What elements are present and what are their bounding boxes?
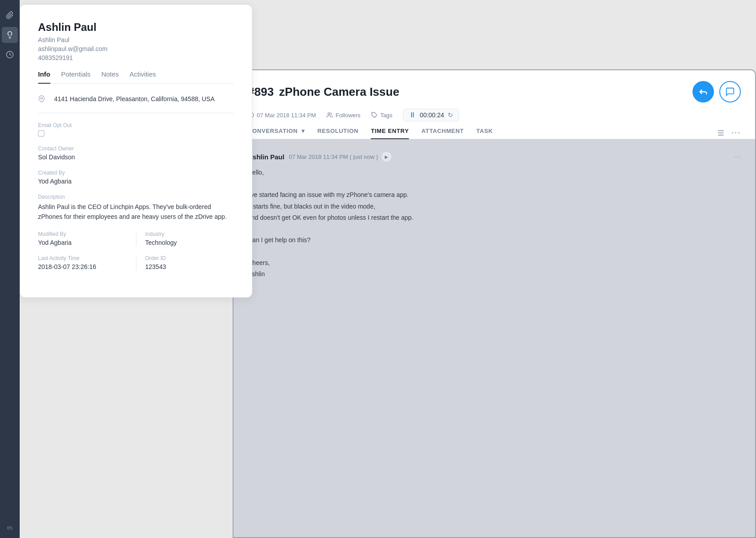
message-author: Ashlin Paul — [248, 153, 285, 161]
industry-label: Industry — [145, 231, 234, 237]
email-opt-out-group: Email Opt Out — [38, 122, 234, 137]
address-row: 4141 Hacienda Drive, Pleasanton, Califor… — [38, 94, 234, 104]
ticket-tab-conversation[interactable]: CONVERSATION ▾ — [248, 128, 305, 139]
ticket-tab-task[interactable]: TASK — [476, 128, 493, 139]
tab-activities[interactable]: Activities — [130, 70, 156, 83]
email-opt-out-checkbox[interactable] — [38, 130, 44, 137]
contact-card: Ashlin Paul Ashlin Paul ashlinpaul.w@gma… — [20, 4, 252, 298]
meta-tags[interactable]: Tags — [371, 112, 392, 119]
message-line-2: I've started facing an issue with my zPh… — [248, 189, 741, 201]
last-activity-order-row: Last Activity Time 2018-03-07 23:26:16 O… — [38, 255, 234, 270]
ticket-title: zPhone Camera Issue — [279, 85, 399, 99]
sidebar: es — [0, 0, 20, 538]
last-activity-label: Last Activity Time — [38, 255, 127, 261]
refresh-icon[interactable]: ↻ — [448, 111, 453, 119]
message-line-1: Hello, — [248, 167, 741, 178]
tab-ellipsis-icon[interactable]: ··· — [731, 128, 741, 138]
ticket-header: #893 zPhone Camera Issue 07 Mar 2018 11:… — [234, 70, 755, 139]
industry-value: Technology — [145, 239, 234, 246]
ticket-panel: #893 zPhone Camera Issue 07 Mar 2018 11:… — [233, 69, 756, 538]
svg-point-1 — [41, 98, 42, 99]
message-time: 07 Mar 2018 11:34 PM ( just now ) — [289, 154, 378, 160]
created-by-value: Yod Agbaria — [38, 178, 234, 185]
reply-button[interactable] — [692, 81, 714, 102]
address-text: 4141 Hacienda Drive, Pleasanton, Califor… — [54, 94, 215, 104]
industry-group: Industry Technology — [145, 231, 234, 246]
ticket-tabs: CONVERSATION ▾ RESOLUTION TIME ENTRY ATT… — [248, 128, 741, 139]
message-line-3: It starts fine, but blacks out in the vi… — [248, 201, 741, 212]
timer-badge: ⏸ 00:00:24 ↻ — [403, 109, 459, 121]
meta-datetime: 07 Mar 2018 11:34 PM — [248, 112, 316, 119]
modified-by-value: Yod Agbaria — [38, 239, 127, 246]
field-divider-1 — [136, 231, 136, 246]
ticket-tab-more: ☰ ··· — [718, 128, 741, 139]
modified-industry-row: Modified By Yod Agbaria Industry Technol… — [38, 231, 234, 246]
svg-point-3 — [328, 113, 330, 115]
sidebar-icon-bulb[interactable] — [2, 27, 18, 43]
sidebar-icon-paperclip[interactable] — [2, 7, 18, 23]
contact-tabs: Info Potentials Notes Activities — [38, 70, 234, 84]
timer-value: 00:00:24 — [420, 111, 444, 119]
sidebar-bottom-label: es — [7, 525, 13, 531]
order-id-label: Order ID — [145, 255, 234, 261]
created-by-group: Created By Yod Agbaria — [38, 170, 234, 185]
tab-info[interactable]: Info — [38, 70, 51, 83]
message-header: Ashlin Paul 07 Mar 2018 11:34 PM ( just … — [248, 152, 741, 162]
meta-datetime-text: 07 Mar 2018 11:34 PM — [257, 112, 316, 119]
ticket-actions — [692, 81, 741, 102]
message-body: Hello, I've started facing an issue with… — [248, 167, 741, 280]
ticket-meta: 07 Mar 2018 11:34 PM Followers Tags ⏸ 00… — [248, 109, 741, 121]
ticket-body: Ashlin Paul 07 Mar 2018 11:34 PM ( just … — [234, 139, 755, 292]
ticket-title-row: #893 zPhone Camera Issue — [248, 81, 741, 102]
order-id-group: Order ID 123543 — [145, 255, 234, 270]
message-line-5: Can I get help on this? — [248, 235, 741, 246]
message-line-4: and doesn't get OK even for photos unles… — [248, 212, 741, 223]
message-container: Ashlin Paul 07 Mar 2018 11:34 PM ( just … — [234, 139, 755, 292]
contact-name: Ashlin Paul — [38, 21, 234, 34]
message-line-6: Cheers, — [248, 257, 741, 269]
ticket-tab-time-entry[interactable]: TIME ENTRY — [371, 128, 409, 139]
message-options-button[interactable]: ··· — [734, 152, 741, 162]
ticket-tab-resolution[interactable]: RESOLUTION — [318, 128, 359, 139]
pause-icon[interactable]: ⏸ — [409, 111, 416, 119]
message-line-7: Ashlin — [248, 269, 741, 280]
description-value: Ashlin Paul is the CEO of Linchpin Apps.… — [38, 202, 234, 222]
description-group: Description Ashlin Paul is the CEO of Li… — [38, 194, 234, 222]
tab-potentials[interactable]: Potentials — [61, 70, 91, 83]
description-label: Description — [38, 194, 234, 200]
modified-by-label: Modified By — [38, 231, 127, 237]
contact-owner-label: Contact Owner — [38, 145, 234, 152]
last-activity-value: 2018-03-07 23:26:16 — [38, 263, 127, 270]
location-icon — [38, 95, 47, 104]
last-activity-group: Last Activity Time 2018-03-07 23:26:16 — [38, 255, 127, 270]
tab-notes[interactable]: Notes — [101, 70, 119, 83]
play-button[interactable]: ▶ — [382, 152, 391, 162]
contact-owner-group: Contact Owner Sol Davidson — [38, 145, 234, 161]
sidebar-icon-clock[interactable] — [2, 47, 18, 63]
contact-owner-value: Sol Davidson — [38, 154, 234, 161]
created-by-label: Created By — [38, 170, 234, 176]
message-author-row: Ashlin Paul 07 Mar 2018 11:34 PM ( just … — [248, 152, 391, 162]
meta-followers[interactable]: Followers — [327, 112, 361, 119]
contact-email: ashlinpaul.w@gmail.com — [38, 45, 234, 52]
followers-label: Followers — [336, 112, 361, 119]
order-id-value: 123543 — [145, 263, 234, 270]
tab-list-icon[interactable]: ☰ — [718, 129, 724, 137]
email-opt-out-label: Email Opt Out — [38, 122, 234, 128]
contact-subname: Ashlin Paul — [38, 36, 234, 43]
modified-by-group: Modified By Yod Agbaria — [38, 231, 127, 246]
contact-phone: 4083529191 — [38, 54, 234, 61]
divider-1 — [38, 113, 234, 113]
ticket-tab-attachment[interactable]: ATTACHMENT — [421, 128, 464, 139]
tags-label: Tags — [380, 112, 392, 119]
field-divider-2 — [136, 255, 136, 270]
chat-button[interactable] — [719, 81, 741, 102]
